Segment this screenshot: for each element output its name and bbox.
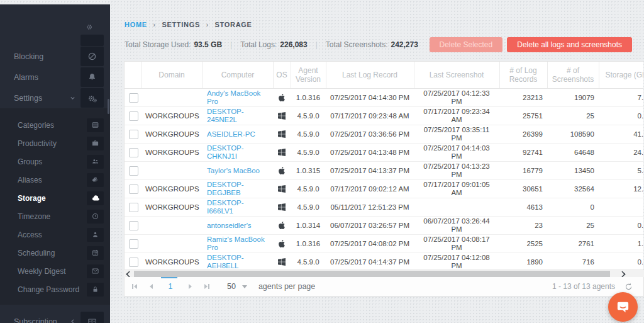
sidebar-item-categories[interactable]: Categories <box>0 116 110 134</box>
first-page-button[interactable] <box>130 281 138 292</box>
row-select-cell <box>125 253 141 270</box>
computer-link[interactable]: DESKTOP-245NE2L <box>207 108 244 123</box>
page-size-dropdown[interactable]: 50 <box>227 282 247 291</box>
scrollbar-thumb[interactable] <box>134 271 610 277</box>
storage-cell: 0 <box>599 198 643 217</box>
log-records-cell: 1890 <box>499 253 547 270</box>
row-select-cell <box>125 217 141 235</box>
os-cell <box>273 125 291 144</box>
settings-gear-icon[interactable] <box>86 23 93 31</box>
sidebar-item-alarms[interactable]: Alarms <box>0 67 110 88</box>
last-screenshot-cell: 06/07/2017 03:26:44 PM <box>414 217 499 235</box>
computer-cell: antonseidler's <box>203 217 273 235</box>
row-checkbox[interactable] <box>129 148 138 157</box>
previous-page-button[interactable] <box>147 281 155 292</box>
windows-os-icon <box>278 149 286 156</box>
domain-cell: WORKGROUPS <box>141 144 203 162</box>
row-checkbox[interactable] <box>129 130 138 139</box>
block-icon <box>80 47 104 66</box>
sidebar-item-weekly-digest[interactable]: Weekly Digest <box>0 262 110 280</box>
computer-link[interactable]: DESKTOP-DEGJBEB <box>207 181 244 196</box>
chevron-down-icon <box>242 285 247 288</box>
settings-submenu: Categories Productivity Groups Aliases S… <box>0 108 110 305</box>
page-size-label: agents per page <box>258 282 315 291</box>
log-records-cell: 2525 <box>499 235 547 253</box>
row-checkbox[interactable] <box>129 203 138 212</box>
delete-selected-button[interactable]: Delete Selected <box>430 37 503 52</box>
sidebar-item-blocking[interactable]: Blocking <box>0 46 110 67</box>
row-select-cell <box>125 125 141 144</box>
last-page-button[interactable] <box>203 281 211 292</box>
log-records-cell: 23 <box>499 217 547 235</box>
people-icon <box>87 155 104 169</box>
row-checkbox[interactable] <box>129 184 138 194</box>
windows-os-icon <box>278 130 286 138</box>
computer-link[interactable]: DESKTOP-AEH8ELL <box>207 254 244 269</box>
select-column-header <box>125 62 141 89</box>
column-header-screenshots[interactable]: # of Screenshots <box>547 62 599 89</box>
sidebar-scrollbar-thumb[interactable] <box>108 99 109 114</box>
delete-all-button[interactable]: Delete all logs and screenshots <box>507 37 632 52</box>
page-number[interactable]: 1 <box>164 282 177 291</box>
computer-link[interactable]: Ramiz's MacBook Pro <box>207 235 265 251</box>
row-checkbox[interactable] <box>129 93 138 103</box>
sidebar-item-label: Alarms <box>14 73 38 82</box>
sidebar-item-change-password[interactable]: Change Password <box>0 280 110 298</box>
sidebar-item-scheduling[interactable]: Scheduling <box>0 244 110 262</box>
agents-table: Domain Computer OS Agent Version Last Lo… <box>124 61 643 269</box>
column-header-storage[interactable]: Storage (GB) <box>599 62 643 89</box>
chat-launcher-button[interactable] <box>608 292 638 322</box>
computer-link[interactable]: Taylor's MacBoo <box>207 167 260 174</box>
computer-link[interactable]: ASEIDLER-PC <box>207 130 255 138</box>
sidebar-item-storage[interactable]: Storage <box>0 189 110 207</box>
breadcrumb-home[interactable]: HOME <box>125 21 147 28</box>
chevron-left-icon <box>69 317 77 323</box>
sidebar-item-settings[interactable]: Settings <box>0 88 110 108</box>
sidebar-item-timezone[interactable]: Timezone <box>0 207 110 225</box>
table-body: Andy's MacBook Pro1.0.31607/25/2017 04:1… <box>125 89 643 270</box>
computer-cell: ASEIDLER-PC <box>203 125 273 144</box>
storage-stats: Total Storage Used:93.5 GB | Total Logs:… <box>125 40 418 49</box>
sidebar-item-groups[interactable]: Groups <box>0 152 110 171</box>
column-header-last-log[interactable]: Last Log Record <box>326 62 414 89</box>
domain-cell: WORKGROUPS <box>141 198 203 217</box>
last-log-record-cell: 07/25/2017 04:13:37 PM <box>326 162 414 180</box>
row-checkbox[interactable] <box>129 166 138 176</box>
screenshots-cell: 13450 <box>547 162 599 180</box>
computer-link[interactable]: DESKTOP-I666LV1 <box>207 199 244 215</box>
row-checkbox[interactable] <box>129 258 138 267</box>
column-header-domain[interactable]: Domain <box>141 62 203 89</box>
refresh-icon[interactable] <box>624 282 633 292</box>
sidebar-item-aliases[interactable]: Aliases <box>0 171 110 189</box>
row-select-cell <box>125 107 141 125</box>
computer-cell: Taylor's MacBoo <box>203 162 273 180</box>
sidebar-item-productivity[interactable]: Productivity <box>0 134 110 152</box>
computer-cell: DESKTOP-DEGJBEB <box>203 180 273 198</box>
sidebar-item-partial[interactable] <box>0 35 110 46</box>
screenshots-cell: 19079 <box>547 89 599 107</box>
calendar-icon <box>87 246 104 260</box>
computer-link[interactable]: Andy's MacBook Pro <box>207 89 260 105</box>
column-header-os[interactable]: OS <box>273 62 291 89</box>
os-cell <box>273 198 291 217</box>
next-page-button[interactable] <box>186 281 194 292</box>
last-screenshot-cell: 07/25/2017 03:35:11 PM <box>414 125 499 144</box>
horizontal-scrollbar <box>124 269 644 277</box>
column-header-agent-version[interactable]: Agent Version <box>291 62 326 89</box>
column-header-last-screenshot[interactable]: Last Screenshot <box>414 62 499 89</box>
row-checkbox[interactable] <box>129 221 138 230</box>
bell-icon <box>80 67 104 87</box>
column-header-computer[interactable]: Computer <box>203 62 273 89</box>
computer-link[interactable]: antonseidler's <box>207 222 252 229</box>
column-header-log-records[interactable]: # of Log Records <box>499 62 547 89</box>
row-checkbox[interactable] <box>129 111 138 121</box>
sidebar-item-subscription[interactable]: Subscription <box>0 311 110 323</box>
row-checkbox[interactable] <box>129 239 138 249</box>
computer-link[interactable]: DESKTOP-CHKNJ1I <box>207 144 244 160</box>
agent-version-cell: 4.5.9.0 <box>291 125 326 144</box>
sidebar-item-access[interactable]: Access <box>0 225 110 244</box>
os-cell <box>273 253 291 270</box>
breadcrumb-separator: › <box>153 21 156 28</box>
breadcrumb-settings[interactable]: SETTINGS <box>162 21 200 28</box>
stat-label: Total Logs: <box>240 40 277 49</box>
